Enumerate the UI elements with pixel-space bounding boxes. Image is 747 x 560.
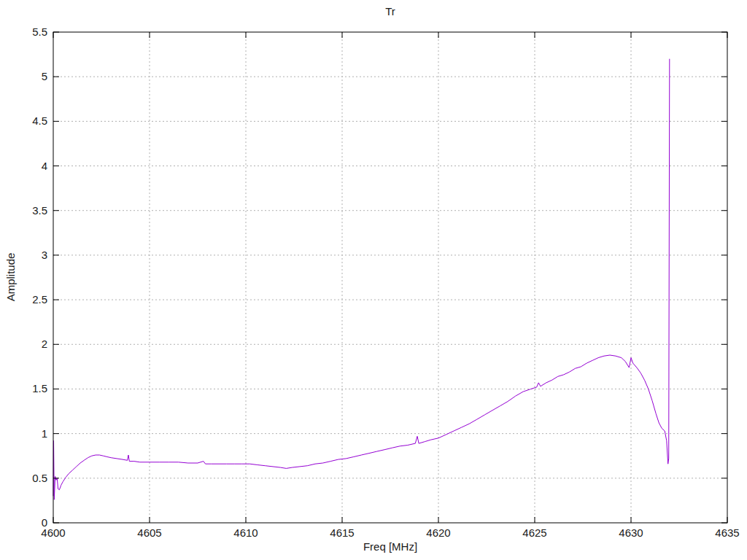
x-axis-label: Freq [MHz] [53,540,727,553]
x-tick-label: 4625 [509,526,560,540]
plot-canvas [0,0,747,560]
y-tick-label: 4.5 [0,114,47,128]
y-tick-label: 0 [0,516,47,529]
axis-tick-marks [53,32,727,523]
grid-lines [53,32,727,523]
plot-border [53,32,727,523]
x-tick-label: 4630 [605,526,657,540]
y-tick-label: 3 [0,249,47,262]
chart-page: Tr Amplitude 460046054610461546204625463… [0,0,747,560]
x-tick-label: 4615 [317,526,368,540]
y-tick-label: 5.5 [0,26,47,39]
y-tick-label: 5 [0,70,47,83]
x-tick-label: 4620 [413,526,464,540]
x-tick-label: 4635 [702,526,747,540]
y-tick-label: 0.5 [0,472,47,485]
y-tick-label: 4 [0,160,47,173]
y-tick-label: 1.5 [0,382,47,395]
y-tick-label: 2.5 [0,293,47,306]
x-tick-label: 4605 [124,526,175,540]
y-tick-label: 2 [0,338,47,351]
x-tick-label: 4610 [220,526,271,540]
y-tick-label: 3.5 [0,204,47,217]
y-tick-label: 1 [0,427,47,440]
